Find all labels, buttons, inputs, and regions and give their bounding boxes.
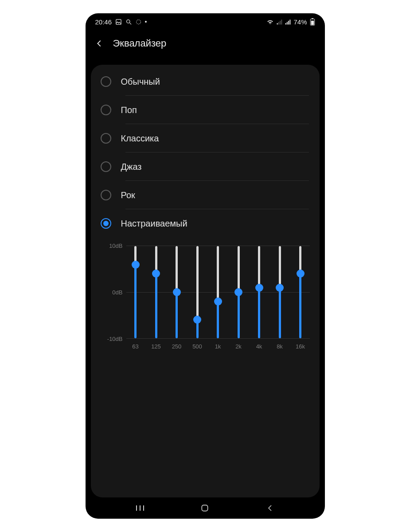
svg-point-1	[127, 20, 130, 23]
home-icon	[200, 504, 209, 512]
slider-thumb[interactable]	[173, 288, 181, 296]
preset-classic[interactable]: Классика	[91, 124, 320, 153]
chevron-left-icon	[266, 504, 274, 512]
eq-y-label: -10dB	[101, 336, 123, 342]
slider-thumb[interactable]	[132, 261, 140, 269]
page-title: Эквалайзер	[113, 38, 167, 49]
preset-jazz[interactable]: Джаз	[91, 153, 320, 181]
svg-line-2	[129, 23, 131, 24]
slider-thumb[interactable]	[276, 284, 284, 292]
eq-slider-4k[interactable]	[254, 246, 264, 338]
signal-1-icon	[277, 19, 282, 25]
svg-rect-8	[285, 23, 286, 24]
eq-x-label: 250	[172, 343, 182, 350]
eq-slider-8k[interactable]	[275, 246, 285, 338]
signal-2-icon	[285, 19, 291, 25]
svg-rect-9	[287, 22, 288, 24]
equalizer-panel: 10dB 0dB -10dB 631252505001k2k4k8k16k	[91, 238, 320, 359]
settings-card: ОбычныйПопКлассикаДжазРокНастраиваемый 1…	[91, 65, 320, 497]
recents-icon	[136, 505, 144, 512]
eq-slider-500[interactable]	[192, 246, 202, 338]
eq-slider-125[interactable]	[151, 246, 161, 338]
svg-rect-11	[290, 20, 291, 24]
nav-back-button[interactable]	[257, 501, 283, 515]
battery-icon	[310, 18, 315, 26]
svg-rect-5	[278, 22, 279, 24]
eq-x-label: 2k	[234, 343, 243, 350]
eq-x-label: 63	[131, 343, 141, 350]
wifi-icon	[266, 19, 274, 25]
eq-slider-63[interactable]	[131, 246, 141, 338]
slider-thumb[interactable]	[234, 288, 242, 296]
eq-x-label: 500	[192, 343, 202, 350]
eq-y-label: 10dB	[101, 243, 123, 249]
recents-button[interactable]	[127, 501, 153, 515]
radio-button[interactable]	[101, 218, 111, 229]
radio-button[interactable]	[101, 76, 111, 87]
svg-rect-18	[202, 505, 208, 511]
loading-icon	[136, 19, 141, 25]
phone-frame: 20:46	[86, 13, 325, 519]
dot-icon	[145, 21, 147, 23]
status-time: 20:46	[95, 18, 112, 26]
preset-label: Настраиваемый	[121, 219, 187, 229]
home-button[interactable]	[191, 501, 218, 515]
eq-x-label: 125	[151, 343, 161, 350]
battery-text: 74%	[293, 18, 307, 26]
slider-thumb[interactable]	[255, 284, 263, 292]
eq-x-label: 16k	[296, 343, 305, 350]
radio-button[interactable]	[101, 190, 111, 200]
search-icon	[125, 19, 132, 25]
svg-rect-7	[281, 20, 282, 24]
eq-x-axis: 631252505001k2k4k8k16k	[101, 343, 310, 350]
preset-normal[interactable]: Обычный	[91, 67, 320, 96]
radio-button[interactable]	[101, 105, 111, 115]
preset-rock[interactable]: Рок	[91, 181, 320, 209]
preset-label: Поп	[121, 105, 137, 115]
status-bar: 20:46	[86, 13, 325, 30]
gallery-icon	[115, 19, 122, 25]
slider-thumb[interactable]	[297, 270, 305, 278]
preset-label: Рок	[121, 190, 135, 200]
chevron-left-icon	[94, 39, 104, 48]
eq-slider-1k[interactable]	[213, 246, 223, 338]
eq-slider-16k[interactable]	[296, 246, 305, 338]
svg-rect-0	[116, 19, 121, 24]
preset-label: Классика	[121, 133, 159, 144]
header: Эквалайзер	[86, 30, 325, 57]
slider-thumb[interactable]	[152, 270, 160, 278]
eq-y-label: 0dB	[101, 289, 123, 296]
slider-thumb[interactable]	[214, 297, 222, 305]
preset-label: Джаз	[121, 162, 142, 172]
eq-slider-2k[interactable]	[234, 246, 243, 338]
radio-button[interactable]	[101, 161, 111, 172]
svg-rect-6	[280, 20, 281, 24]
preset-custom[interactable]: Настраиваемый	[91, 209, 320, 238]
eq-x-label: 8k	[275, 343, 285, 350]
eq-x-label: 1k	[213, 343, 223, 350]
svg-rect-4	[277, 23, 278, 24]
preset-label: Обычный	[121, 77, 160, 87]
eq-slider-250[interactable]	[172, 246, 182, 338]
preset-pop[interactable]: Поп	[91, 96, 320, 124]
nav-bar	[86, 497, 325, 519]
back-button[interactable]	[92, 36, 107, 51]
svg-rect-10	[289, 20, 289, 24]
eq-x-label: 4k	[254, 343, 264, 350]
eq-y-axis: 10dB 0dB -10dB	[101, 246, 126, 339]
radio-button[interactable]	[101, 133, 111, 144]
slider-thumb[interactable]	[193, 316, 201, 324]
svg-rect-14	[311, 20, 314, 24]
svg-point-3	[137, 20, 141, 24]
eq-plot	[126, 246, 310, 339]
